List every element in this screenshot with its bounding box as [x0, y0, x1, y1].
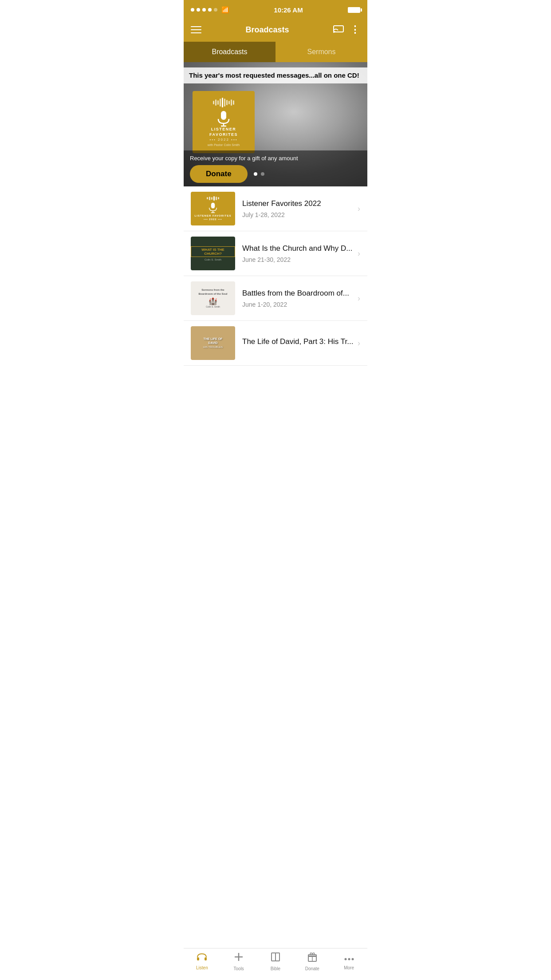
svg-point-1 [333, 32, 335, 33]
banner-headline: This year's most requested messages...al… [184, 67, 367, 83]
item-content: What Is the Church and Why D... June 21-… [242, 244, 354, 263]
item-title: Battles from the Boardroom of... [242, 288, 354, 298]
wifi-icon: 📶 [221, 6, 229, 13]
chevron-right-icon: › [358, 339, 360, 348]
chevron-right-icon: › [358, 294, 360, 303]
item-title: What Is the Church and Why D... [242, 244, 354, 253]
banner-dot-1 [254, 172, 257, 176]
banner-cta-area: Receive your copy for a gift of any amou… [184, 150, 367, 186]
svg-rect-2 [221, 111, 226, 120]
tab-bar: Broadcasts Sermons [184, 42, 367, 62]
chevron-right-icon: › [358, 204, 360, 213]
app-header: Broadcasts ⋮ [184, 20, 367, 42]
banner-pagination [254, 172, 264, 176]
cast-icon[interactable] [333, 24, 344, 36]
item-content: Listener Favorites 2022 July 1-28, 2022 [242, 199, 354, 218]
banner-donate-button[interactable]: Donate [190, 165, 248, 183]
item-thumbnail: THE LIFE OFDAVIDHIS TROUBLES [191, 326, 235, 360]
wave-bars [213, 98, 234, 107]
item-date: June 1-20, 2022 [242, 301, 354, 308]
banner-dot-2 [261, 172, 264, 176]
list-item[interactable]: WHAT IS THE CHURCH? Colin S. Smith What … [184, 231, 367, 276]
battery-icon [348, 7, 360, 13]
chevron-right-icon: › [358, 249, 360, 258]
svg-rect-5 [211, 202, 215, 208]
album-year: ••• 2022 ••• [209, 138, 237, 142]
tab-broadcasts[interactable]: Broadcasts [184, 42, 276, 62]
list-item[interactable]: THE LIFE OFDAVIDHIS TROUBLES The Life of… [184, 321, 367, 366]
list-item[interactable]: Sermons from theBoardroom of the Soul 🏰 … [184, 276, 367, 321]
menu-button[interactable] [191, 26, 201, 33]
item-thumbnail: LISTENER FAVORITES••• 2022 ••• [191, 192, 235, 225]
banner-receive-text: Receive your copy for a gift of any amou… [190, 155, 361, 162]
item-content: Battles from the Boardroom of... June 1-… [242, 288, 354, 308]
item-date: June 21-30, 2022 [242, 256, 354, 263]
item-content: The Life of David, Part 3: His Tr... [242, 337, 354, 349]
broadcasts-list: LISTENER FAVORITES••• 2022 ••• Listener … [184, 186, 367, 366]
item-title: Listener Favorites 2022 [242, 199, 354, 209]
header-title: Broadcasts [245, 25, 289, 35]
overflow-menu-icon[interactable]: ⋮ [350, 24, 360, 36]
item-thumbnail: WHAT IS THE CHURCH? Colin S. Smith [191, 237, 235, 270]
tab-sermons[interactable]: Sermons [276, 42, 367, 62]
list-item[interactable]: LISTENER FAVORITES••• 2022 ••• Listener … [184, 186, 367, 231]
status-time: 10:26 AM [274, 6, 303, 14]
album-art: LISTENER FAVORITES ••• 2022 ••• with Pas… [193, 91, 255, 153]
signal-dots [191, 8, 217, 12]
album-subtitle: with Pastor Colin Smith [208, 143, 240, 146]
item-date: July 1-28, 2022 [242, 211, 354, 218]
promo-banner: This year's most requested messages...al… [184, 62, 367, 186]
item-thumbnail: Sermons from theBoardroom of the Soul 🏰 … [191, 281, 235, 315]
mic-icon [215, 109, 232, 127]
status-bar: 📶 10:26 AM [184, 0, 367, 20]
item-title: The Life of David, Part 3: His Tr... [242, 337, 354, 347]
album-title: LISTENER FAVORITES [197, 127, 250, 137]
